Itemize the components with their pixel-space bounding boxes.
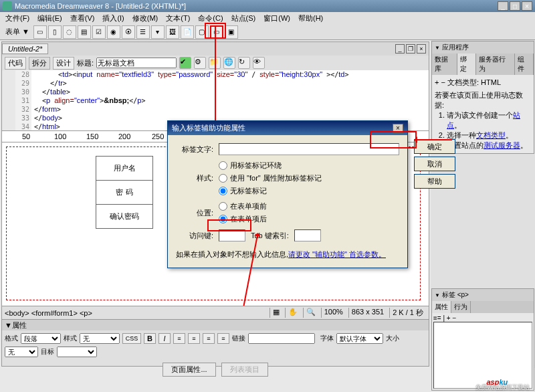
window-title: Macromedia Dreamweaver 8 - [Untitled-2 (… (15, 2, 186, 10)
access-key-input[interactable] (219, 229, 245, 241)
menu-insert[interactable]: 插入(I) (100, 13, 126, 23)
prefs-link[interactable]: 请更改 "辅助功能" 首选参数。 (288, 250, 386, 258)
label-pwd[interactable]: 密 码 (96, 181, 153, 205)
textfield-icon[interactable]: ▯ (48, 25, 62, 39)
tab-index-input[interactable] (294, 229, 321, 241)
dialog-titlebar[interactable]: 输入标签辅助功能属性 × (168, 121, 407, 135)
target-select[interactable] (57, 347, 97, 357)
radio-before[interactable]: 在表单项前 (219, 201, 267, 211)
zoom-tool-icon[interactable]: 🔍 (303, 308, 318, 318)
cancel-button[interactable]: 取消 (414, 157, 455, 171)
image-field-icon[interactable]: 🖼 (166, 25, 179, 39)
menu-help[interactable]: 帮助(H) (296, 13, 326, 23)
code-view-button[interactable]: 代码 (5, 57, 26, 70)
file-field-icon[interactable]: 📄 (181, 25, 194, 39)
menu-site[interactable]: 站点(S) (229, 13, 259, 23)
hand-tool-icon[interactable]: ✋ (285, 308, 300, 318)
dialog-close-icon[interactable]: × (393, 124, 403, 133)
tags-panel-title[interactable]: 标签 <p> (432, 289, 534, 301)
bold-button[interactable]: B (144, 333, 156, 344)
select-tool-icon[interactable]: ▦ (270, 308, 282, 318)
position-label: 位置: (176, 208, 213, 218)
browser-check-icon[interactable]: ⚙ (194, 57, 206, 69)
window-size[interactable]: 863 x 351 (348, 308, 387, 318)
label-icon[interactable]: ▭ (210, 25, 223, 39)
radio-icon[interactable]: ◉ (107, 25, 120, 39)
radio-none[interactable]: 无标签标记 (219, 186, 322, 196)
form-icon[interactable]: ▭ (33, 25, 47, 39)
list-items-button[interactable]: 列表项目 (221, 363, 268, 377)
doc-close-icon[interactable]: × (417, 44, 426, 54)
menu-file[interactable]: 文件(F) (3, 13, 32, 23)
link-doctype[interactable]: 文档类型 (476, 131, 506, 139)
menu-window[interactable]: 窗口(W) (261, 13, 293, 23)
format-select[interactable]: 段落 (21, 333, 61, 344)
form-table[interactable]: 用户名 密 码 确认密码 (96, 156, 153, 229)
refresh-icon[interactable]: ↻ (238, 57, 250, 69)
help-button[interactable]: 帮助 (414, 174, 455, 189)
checkbox-icon[interactable]: ☑ (92, 25, 106, 39)
menu-view[interactable]: 查看(V) (68, 13, 98, 23)
toolbar-category[interactable]: 表单 ▼ (3, 27, 32, 37)
align-right-icon[interactable]: ≡ (203, 333, 215, 344)
align-left-icon[interactable]: ≡ (173, 333, 185, 344)
radio-wrap[interactable]: 用标签标记环绕 (219, 161, 322, 171)
menu-text[interactable]: 文本(T) (163, 13, 193, 23)
ok-button[interactable]: 确定 (414, 139, 455, 154)
jumpmenu-icon[interactable]: ▾ (151, 25, 165, 39)
label-text-input[interactable] (219, 143, 399, 155)
radio-for[interactable]: 使用 "for" 属性附加标签标记 (219, 173, 322, 183)
app-panel-title[interactable]: 应用程序 (432, 41, 534, 54)
properties-panel: ▼ 属性 格式 段落 样式 无 CSS B I ≡ ≡ ≡ ≡ 链接 字体 默认… (2, 319, 429, 366)
preview-icon[interactable]: 🌐 (223, 57, 235, 69)
properties-header[interactable]: ▼ 属性 (2, 320, 429, 330)
tab-behaviors[interactable]: 行为 (451, 301, 471, 313)
view-options-icon[interactable]: 👁 (253, 57, 265, 69)
design-view-button[interactable]: 设计 (53, 57, 74, 70)
doc-minimize-icon[interactable]: _ (395, 44, 405, 54)
italic-button[interactable]: I (158, 333, 171, 344)
label-user[interactable]: 用户名 (96, 157, 153, 181)
menu-edit[interactable]: 编辑(E) (35, 13, 65, 23)
split-view-button[interactable]: 拆分 (29, 57, 50, 70)
tab-server-behaviors[interactable]: 服务器行为 (476, 54, 514, 75)
menu-commands[interactable]: 命令(C) (195, 13, 225, 23)
style-select[interactable]: 无 (80, 333, 120, 344)
page-properties-button[interactable]: 页面属性... (163, 363, 215, 377)
title-input[interactable] (96, 58, 177, 68)
link-input[interactable] (248, 333, 315, 344)
tag-selector[interactable]: <body> <form#form1> <p> (5, 309, 270, 317)
hidden-icon[interactable]: ◌ (63, 25, 76, 39)
label-confirm[interactable]: 确认密码 (96, 205, 153, 229)
fieldset-icon[interactable]: ▣ (225, 25, 238, 39)
css-button[interactable]: CSS (122, 333, 141, 344)
tab-components[interactable]: 组件 (515, 54, 534, 75)
tab-attributes[interactable]: 属性 (432, 301, 451, 313)
status-bar: <body> <form#form1> <p> ▦ ✋ 🔍 100% 863 x… (2, 306, 429, 319)
doc-restore-icon[interactable]: ❐ (406, 44, 415, 54)
label-text-label: 标签文字: (176, 144, 213, 155)
list-icon[interactable]: ☰ (136, 25, 150, 39)
document-tab[interactable]: Untitled-2* (2, 43, 48, 54)
align-justify-icon[interactable]: ≡ (217, 333, 229, 344)
insert-toolbar: 表单 ▼ ▭ ▯ ◌ ▤ ☑ ◉ ⦿ ☰ ▾ 🖼 📄 ▢ ▭ ▣ (0, 24, 535, 40)
textarea-icon[interactable]: ▤ (78, 25, 91, 39)
zoom-level[interactable]: 100% (321, 308, 346, 318)
dialog-hint: 如果在插入对象时不想输入此信息,请更改 "辅助功能" 首选参数。 (176, 250, 399, 260)
tab-bindings[interactable]: 绑定 (457, 54, 476, 75)
validate-icon[interactable]: ✔ (179, 57, 191, 69)
maximize-button[interactable]: □ (510, 1, 520, 11)
radio-after[interactable]: 在表单项后 (219, 214, 267, 224)
button-icon[interactable]: ▢ (195, 25, 209, 39)
close-button[interactable]: × (522, 1, 532, 11)
page-weight: 2 K / 1 秒 (389, 308, 426, 318)
size-select[interactable]: 无 (5, 347, 38, 357)
align-center-icon[interactable]: ≡ (188, 333, 200, 344)
radiogroup-icon[interactable]: ⦿ (122, 25, 135, 39)
style-label: 样式: (176, 173, 213, 183)
minimize-button[interactable]: _ (498, 1, 508, 11)
link-testserver[interactable]: 测试服务器 (484, 141, 520, 149)
tab-database[interactable]: 数据库 (432, 54, 457, 75)
font-select[interactable]: 默认字体 (336, 333, 383, 344)
menu-modify[interactable]: 修改(M) (130, 13, 161, 23)
